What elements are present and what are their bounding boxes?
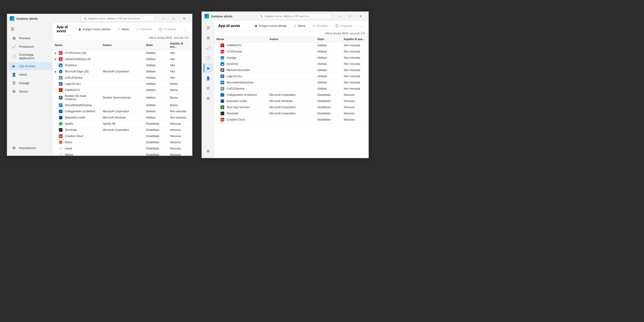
sidebar-narrow-prestazioni[interactable]: 📈 xyxy=(204,43,213,53)
sidebar-narrow-cronologia[interactable]: 🕐 xyxy=(204,53,213,63)
table-row[interactable]: ▶ R Realtek HD Audio Universa... Realtek… xyxy=(53,93,192,102)
sidebar-narrow-utenti[interactable]: 👤 xyxy=(204,74,213,83)
table-row[interactable]: ▶ L LogiLDA.DLL Abilitato Non misurata xyxy=(214,73,368,80)
cell-name: ▶ 📞 Collegamento al telefono xyxy=(53,108,101,115)
table-row[interactable]: ▶ 🛡 SecurityHealthSystray Abilitato Non … xyxy=(214,80,368,86)
table-row[interactable]: ▶ >_ Terminale Microsoft Corporation Dis… xyxy=(214,111,368,117)
table-row[interactable]: ▶ X Xbox App Services Microsoft Corporat… xyxy=(214,104,368,111)
table-row[interactable]: ▶ L LogiLDA.DLL Abilitato Media xyxy=(53,81,192,87)
cell-author xyxy=(101,146,144,152)
cell-status: Abilitato xyxy=(144,75,168,81)
table-row[interactable]: ▶ C CnELEService Abilitato Non misurata xyxy=(214,86,368,92)
enable-button[interactable]: ✓ Attiva xyxy=(115,26,132,32)
table-row[interactable]: ▶ 🦊 firefox Disabilitato Nessuna xyxy=(53,139,192,146)
table-row[interactable]: ▶ >_ Terminale Microsoft Corporation Dis… xyxy=(53,127,192,133)
col-header-author[interactable]: Autore xyxy=(101,41,144,50)
cell-impact: Non misurata xyxy=(342,80,368,86)
cell-name: ▶ >_ Terminale xyxy=(53,127,101,133)
cell-impact: Nessuna xyxy=(342,117,368,123)
search-bar-right[interactable]: 🔍 xyxy=(257,14,330,19)
table-row[interactable]: ▶ A AdobeCollabSync (5) Abilitato Alta xyxy=(53,56,192,62)
table-row[interactable]: ▶ 📱 Dispositivi mobili Microsoft Windows… xyxy=(53,115,192,121)
properties-button-right[interactable]: 📋 Proprietà xyxy=(332,23,355,29)
impostazioni-icon: ⚙ xyxy=(12,146,16,150)
sidebar-item-dettagli[interactable]: ☰ Dettagli xyxy=(8,79,52,87)
table-row[interactable]: ▶ ♫ Spotify Spotify AB Disabilitato Ness… xyxy=(53,121,192,127)
table-row[interactable]: ▶ 📞 Collegamento al telefono Microsoft C… xyxy=(214,92,368,98)
more-label-right: ... xyxy=(360,24,362,28)
disable-button[interactable]: ⊘ Disattiva xyxy=(134,26,154,32)
sidebar-item-impostazioni[interactable]: ⚙ Impostazioni xyxy=(8,144,52,152)
sidebar-narrow-dettagli[interactable]: ☰ xyxy=(204,84,213,93)
table-row[interactable]: ▶ ☁ OneDrive Abilitato Non misurata xyxy=(214,61,368,67)
table-row[interactable]: ▶ R RtkAudUService64 Abilitato Non misur… xyxy=(214,67,368,73)
table-row[interactable]: ▶ C CNMNSST2 Abilitato Non misurata xyxy=(214,42,368,49)
search-icon-right: 🔍 xyxy=(260,15,263,18)
close-button-right[interactable]: ✕ xyxy=(355,13,366,20)
table-row[interactable]: ▶ Cc Creative Cloud Disabilitato Nessuna xyxy=(53,133,192,139)
col-header-impact-r[interactable]: Impatto di avv... xyxy=(342,36,368,42)
sidebar-narrow-processi[interactable]: ⊞ xyxy=(204,33,213,42)
sidebar-narrow-servizi[interactable]: ⚙ xyxy=(204,94,213,103)
table-row[interactable]: ▶ 📱 Dispositivi mobili Microsoft Windows… xyxy=(214,98,368,104)
disable-button-right[interactable]: ⊘ Disattiva xyxy=(310,23,331,29)
maximize-button-right[interactable]: □ xyxy=(345,13,355,20)
cell-impact: Non misurata xyxy=(168,108,192,115)
run-task-button-right[interactable]: ▶ Esegui nuova attività xyxy=(252,23,289,29)
col-header-status-r[interactable]: Stato xyxy=(315,36,342,42)
run-task-button[interactable]: ▶ Esegui nuova attività xyxy=(76,26,113,32)
sidebar-item-utenti[interactable]: 👤 Utenti xyxy=(8,71,52,79)
sidebar-item-avvio[interactable]: ▶ App di avvio xyxy=(8,62,52,70)
cell-impact: Non misurata xyxy=(342,61,368,67)
table-row[interactable]: ▶ Cc CCXProcess (18) Abilitato Alta xyxy=(53,50,192,56)
properties-label-right: Proprietà xyxy=(340,24,352,28)
titlebar-right: Gestione attività 🔍 ─ □ ✕ xyxy=(202,12,368,21)
minimize-button-right[interactable]: ─ xyxy=(334,13,345,20)
close-button-left[interactable]: ✕ xyxy=(179,15,190,22)
table-row[interactable]: ▶ e Microsoft Edge (28) Microsoft Corpor… xyxy=(53,69,192,75)
maximize-button-left[interactable]: □ xyxy=(168,15,179,22)
enable-button-right[interactable]: ✓ Attiva xyxy=(291,23,308,29)
table-row[interactable]: ▶ 📄 Webex Disabilitato Nessuna xyxy=(53,152,192,156)
col-header-status[interactable]: Stato xyxy=(144,41,168,50)
cell-name: ▶ e Microsoft Edge (28) xyxy=(53,69,101,75)
properties-icon: 📋 xyxy=(159,28,162,31)
col-header-author-r[interactable]: Autore xyxy=(268,36,316,42)
sidebar-item-prestazioni[interactable]: 📈 Prestazioni xyxy=(8,43,52,51)
search-bar-left[interactable]: 🔍 xyxy=(81,16,154,21)
hamburger-icon[interactable]: ☰ xyxy=(7,25,53,33)
minimize-button-left[interactable]: ─ xyxy=(158,15,168,22)
col-header-impact[interactable]: Impatto di avv... xyxy=(168,41,192,50)
table-row[interactable]: ▶ 📞 Collegamento al telefono Microsoft C… xyxy=(53,108,192,115)
sidebar-narrow-avvio[interactable]: ▶ xyxy=(204,64,213,73)
col-header-name[interactable]: Nome xyxy=(53,41,101,50)
table-row[interactable]: ▶ ☁ OneDrive Abilitato Alta xyxy=(53,62,192,69)
table-row[interactable]: ▶ 🛡 SecurityHealthSystray Abilitato Bass… xyxy=(53,102,192,108)
bios-value-left: secondi: 9.9 xyxy=(174,36,188,40)
col-header-name-r[interactable]: Nome xyxy=(214,36,268,42)
sidebar-item-cronologia[interactable]: 🕐 Cronologia applicazioni xyxy=(8,51,52,62)
table-row[interactable]: ▶ C CNMNSST2 Abilitato Bassa xyxy=(53,87,192,93)
table-row[interactable]: ▶ C CnELEService Abilitato Alta xyxy=(53,75,192,81)
sidebar-item-servizi[interactable]: ⚙ Servizi xyxy=(8,88,52,96)
cell-status: Abilitato xyxy=(144,62,168,69)
disable-icon: ⊘ xyxy=(136,28,139,31)
cell-name: ▶ 📱 Dispositivi mobili xyxy=(53,115,101,121)
more-button[interactable]: ... xyxy=(180,26,188,32)
cell-impact: Nessuna xyxy=(168,146,192,152)
sidebar-left: ☰ ⊞ Processi 📈 Prestazioni 🕐 Cronologia … xyxy=(7,23,53,156)
sidebar-item-processi[interactable]: ⊞ Processi xyxy=(8,34,52,42)
more-button-right[interactable]: ... xyxy=(357,23,365,29)
table-row[interactable]: ▶ Cc CCXProcess Abilitato Non misurata xyxy=(214,49,368,55)
search-input-right[interactable] xyxy=(264,15,328,18)
search-input-left[interactable] xyxy=(88,17,152,20)
cell-status: Disabilitato xyxy=(144,133,168,139)
table-row[interactable]: ▶ Cc Creative Cloud Disabilitato Nessuna xyxy=(214,117,368,123)
table-row[interactable]: ▶ e msedge Abilitato Non misurata xyxy=(214,55,368,61)
cell-status: Abilitato xyxy=(315,67,342,73)
sidebar-narrow-hamburger[interactable]: ☰ xyxy=(204,23,213,32)
table-row[interactable]: ▶ 📄 utweb Disabilitato Nessuna xyxy=(53,146,192,152)
cell-status: Abilitato xyxy=(144,102,168,108)
properties-button[interactable]: 📋 Proprietà xyxy=(156,26,179,32)
sidebar-narrow-impostazioni[interactable]: ⚙ xyxy=(204,146,213,156)
